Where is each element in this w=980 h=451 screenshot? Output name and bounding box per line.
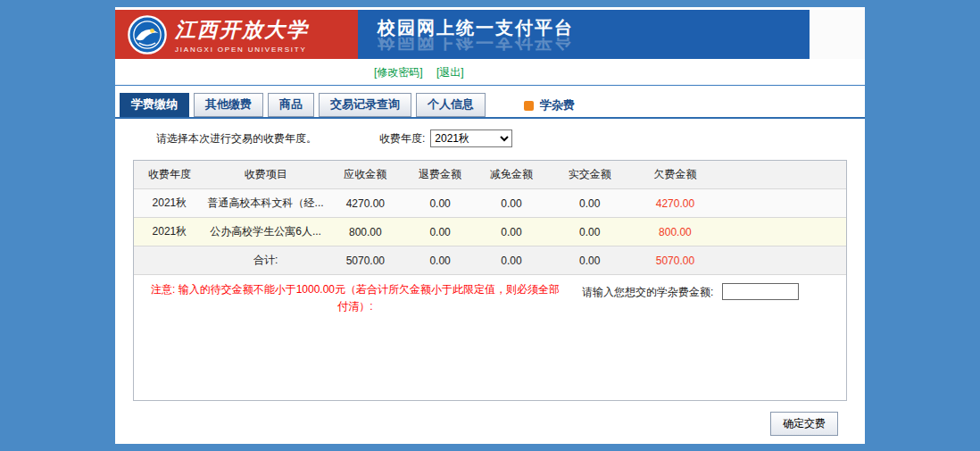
university-name-cn: 江西开放大学 bbox=[175, 16, 309, 44]
fee-year-hint: 请选择本次进行交易的收费年度。 bbox=[156, 131, 317, 146]
tab-products[interactable]: 商品 bbox=[268, 93, 314, 117]
current-section: 学杂费 bbox=[524, 97, 575, 117]
site-header: 江西开放大学 JIANGXI OPEN UNIVERSITY 校园网上统一支付平… bbox=[115, 10, 865, 59]
column-header-waive: 减免金额 bbox=[476, 161, 547, 189]
owed-cell: 800.00 bbox=[633, 218, 718, 246]
total-refund-cell: 0.00 bbox=[404, 246, 476, 275]
column-header-year: 收费年度 bbox=[134, 161, 205, 189]
university-name-en: JIANGXI OPEN UNIVERSITY bbox=[175, 46, 309, 54]
waive-cell: 0.00 bbox=[476, 189, 547, 218]
brand-area: 江西开放大学 JIANGXI OPEN UNIVERSITY bbox=[115, 10, 358, 59]
total-due-cell: 5070.00 bbox=[326, 246, 404, 275]
column-header-owed: 欠费金额 bbox=[633, 161, 718, 189]
total-waive-cell: 0.00 bbox=[476, 246, 547, 275]
page-container: 江西开放大学 JIANGXI OPEN UNIVERSITY 校园网上统一支付平… bbox=[115, 7, 865, 444]
tab-personal-info[interactable]: 个人信息 bbox=[416, 93, 486, 117]
fee-row: 2021秋 公办高校学生公寓6人... 800.00 0.00 0.00 0.0… bbox=[134, 218, 846, 246]
footer-actions: 确定交费 bbox=[115, 401, 865, 436]
tab-tuition-payment[interactable]: 学费缴纳 bbox=[120, 93, 189, 117]
section-label: 学杂费 bbox=[540, 97, 575, 113]
waive-cell: 0.00 bbox=[476, 218, 547, 246]
tab-other-fees[interactable]: 其他缴费 bbox=[194, 93, 263, 117]
payment-input-row: 注意: 输入的待交金额不能小于1000.00元（若合计所欠金额小于此限定值，则必… bbox=[134, 274, 846, 321]
payment-input-label: 请输入您想交的学杂费金额: bbox=[582, 285, 713, 300]
column-header-paid: 实交金额 bbox=[547, 161, 633, 189]
payment-amount-input[interactable] bbox=[722, 283, 799, 300]
total-paid-cell: 0.00 bbox=[547, 246, 633, 275]
fee-row: 2021秋 普通高校本科文科（经... 4270.00 0.00 0.00 0.… bbox=[134, 189, 846, 218]
fee-year-label: 收费年度: bbox=[379, 131, 425, 146]
item-cell: 公办高校学生公寓6人... bbox=[205, 218, 327, 246]
owed-cell: 4270.00 bbox=[633, 189, 718, 218]
fees-table: 收费年度 收费项目 应收金额 退费金额 减免金额 实交金额 欠费金额 2021秋… bbox=[134, 161, 846, 274]
platform-title-area: 校园网上统一支付平台 校园网上统一支付平台 bbox=[358, 10, 810, 59]
header-spacer bbox=[810, 10, 865, 59]
change-password-link[interactable]: [修改密码] bbox=[374, 66, 423, 79]
brand-names: 江西开放大学 JIANGXI OPEN UNIVERSITY bbox=[175, 16, 309, 54]
refund-cell: 0.00 bbox=[404, 218, 476, 246]
due-cell: 800.00 bbox=[326, 218, 404, 246]
platform-title-reflection: 校园网上统一支付平台 bbox=[378, 38, 810, 54]
account-links: [修改密码] [退出] bbox=[115, 59, 865, 85]
fees-panel: 收费年度 收费项目 应收金额 退费金额 减免金额 实交金额 欠费金额 2021秋… bbox=[133, 160, 847, 401]
total-label-cell: 合计: bbox=[205, 246, 327, 275]
payment-warning: 注意: 输入的待交金额不能小于1000.00元（若合计所欠金额小于此限定值，则必… bbox=[146, 281, 564, 315]
paid-cell: 0.00 bbox=[547, 189, 633, 218]
total-owed-cell: 5070.00 bbox=[633, 246, 718, 275]
total-row: 合计: 5070.00 0.00 0.00 0.00 5070.00 bbox=[134, 246, 846, 275]
item-cell: 普通高校本科文科（经... bbox=[205, 189, 327, 218]
university-logo-icon bbox=[128, 15, 167, 54]
main-tabs: 学费缴纳 其他缴费 商品 交易记录查询 个人信息 学杂费 bbox=[115, 86, 865, 119]
confirm-payment-button[interactable]: 确定交费 bbox=[770, 412, 838, 436]
logout-link[interactable]: [退出] bbox=[436, 66, 464, 79]
tab-transaction-history[interactable]: 交易记录查询 bbox=[319, 93, 411, 117]
year-cell: 2021秋 bbox=[134, 218, 205, 246]
fee-year-select[interactable]: 2021秋 bbox=[430, 129, 512, 147]
table-header-row: 收费年度 收费项目 应收金额 退费金额 减免金额 实交金额 欠费金额 bbox=[134, 161, 846, 189]
column-header-due: 应收金额 bbox=[326, 161, 404, 189]
due-cell: 4270.00 bbox=[326, 189, 404, 218]
year-selector-row: 请选择本次进行交易的收费年度。 收费年度: 2021秋 bbox=[115, 119, 865, 147]
year-cell: 2021秋 bbox=[134, 189, 205, 218]
paid-cell: 0.00 bbox=[547, 218, 633, 246]
column-header-item: 收费项目 bbox=[205, 161, 327, 189]
section-bullet-icon bbox=[524, 101, 534, 111]
column-header-refund: 退费金额 bbox=[404, 161, 476, 189]
refund-cell: 0.00 bbox=[404, 189, 476, 218]
platform-title: 校园网上统一支付平台 bbox=[378, 16, 810, 40]
column-header-filler bbox=[718, 161, 846, 189]
